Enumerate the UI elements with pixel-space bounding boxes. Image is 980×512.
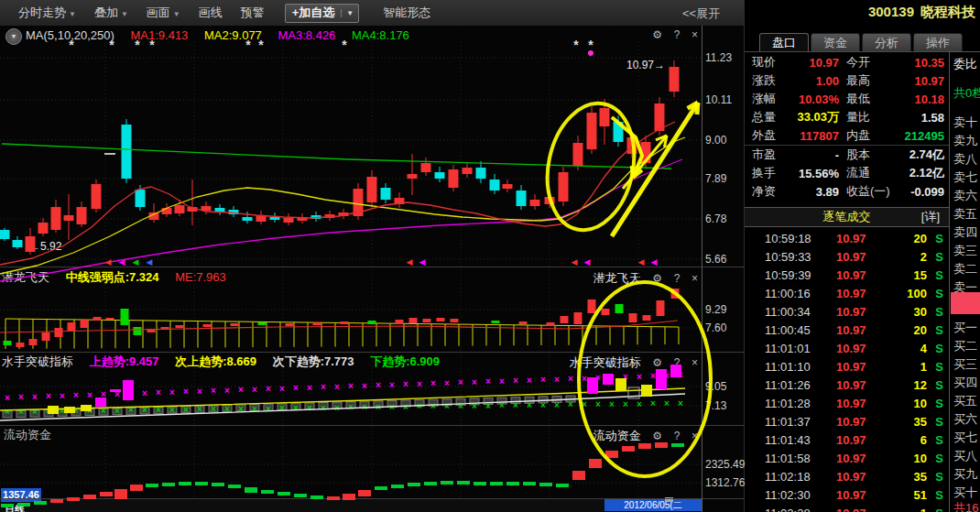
quote-label: 涨跌 bbox=[745, 72, 789, 89]
quote-label: 今开 bbox=[846, 54, 894, 71]
svg-text:×: × bbox=[444, 401, 450, 411]
svg-text:×: × bbox=[46, 406, 51, 416]
svg-text:×: × bbox=[389, 380, 395, 390]
tick-trades-detail-link[interactable]: [详] bbox=[921, 208, 940, 226]
tab-操作[interactable]: 操作 bbox=[913, 33, 963, 52]
axis-label: 7.89 bbox=[705, 172, 726, 185]
svg-text:×: × bbox=[32, 392, 38, 402]
gear-icon[interactable]: ⚙ bbox=[652, 272, 662, 285]
ma2-value: MA2:9.077 bbox=[204, 28, 262, 42]
svg-text:×: × bbox=[417, 379, 422, 389]
tick-side: S bbox=[927, 397, 949, 410]
svg-text:×: × bbox=[334, 403, 340, 413]
panel3-k4: 下趋势:6.909 bbox=[370, 354, 440, 368]
tick-row: 11:00:4510.9720S bbox=[745, 321, 949, 339]
menu-item-smart-patterns[interactable]: 智能形态 bbox=[383, 5, 430, 21]
axis-label: 9.29 bbox=[705, 303, 726, 316]
quote-label: 市盈 bbox=[745, 147, 789, 163]
tick-volume: 35 bbox=[884, 470, 927, 484]
tick-side: S bbox=[927, 250, 949, 264]
period-label[interactable]: 日线 bbox=[5, 503, 25, 512]
close-icon[interactable]: × bbox=[691, 430, 698, 442]
svg-text:×: × bbox=[60, 391, 65, 401]
panel3-k2: 次上趋势:8.669 bbox=[175, 354, 256, 368]
svg-text:×: × bbox=[211, 404, 216, 414]
add-to-watchlist-label: +加自选 bbox=[286, 5, 342, 21]
dropdown-arrow-icon[interactable]: ▼ bbox=[341, 9, 358, 17]
tick-time: 11:01:10 bbox=[745, 360, 836, 374]
quote-row: 市盈-股本2.74亿 bbox=[745, 146, 949, 164]
gear-icon[interactable]: ⚙ bbox=[652, 28, 662, 41]
quote-label: 涨幅 bbox=[745, 91, 789, 107]
buy-level-label: 买七 bbox=[953, 430, 977, 446]
svg-text:×: × bbox=[376, 402, 381, 412]
svg-text:×: × bbox=[362, 381, 367, 391]
svg-text:×: × bbox=[582, 374, 587, 384]
gear-icon[interactable]: ⚙ bbox=[652, 430, 662, 442]
tick-price: 10.97 bbox=[836, 323, 884, 337]
expand-button[interactable]: <<展开 bbox=[682, 5, 720, 22]
svg-text:×: × bbox=[293, 403, 299, 413]
panel4-title: 流动资金 bbox=[593, 429, 641, 442]
tick-price: 10.97 bbox=[836, 342, 884, 355]
panel3-name: 水手突破指标 bbox=[2, 354, 73, 368]
help-icon[interactable]: ? bbox=[674, 272, 681, 285]
svg-text:×: × bbox=[46, 391, 51, 401]
menu-item-1[interactable]: 叠加▼ bbox=[94, 5, 128, 21]
menu-item-0[interactable]: 分时走势▼ bbox=[18, 5, 76, 21]
menu-item-3[interactable]: 画线 bbox=[199, 5, 223, 21]
close-icon[interactable]: × bbox=[691, 356, 698, 369]
tick-row: 11:01:2810.9710S bbox=[745, 394, 949, 412]
menu-item-4[interactable]: 预警 bbox=[241, 5, 265, 21]
tick-row: 11:02:1810.9735S bbox=[745, 467, 949, 485]
ma-settings-dropdown[interactable]: ▼ bbox=[5, 28, 22, 45]
svg-text:×: × bbox=[169, 387, 175, 398]
menu-item-2[interactable]: 画面▼ bbox=[147, 5, 180, 21]
help-icon[interactable]: ? bbox=[674, 28, 681, 41]
svg-text:×: × bbox=[637, 399, 642, 409]
sell-level-label: 卖四 bbox=[953, 224, 977, 241]
axis-label: 1312.76 bbox=[705, 476, 745, 489]
svg-text:×: × bbox=[582, 399, 587, 409]
low-price-tag: ←5.92 bbox=[29, 240, 61, 253]
quote-value: 117807 bbox=[789, 129, 846, 143]
dropdown-arrow-icon: ▼ bbox=[121, 10, 128, 18]
tab-分析[interactable]: 分析 bbox=[862, 33, 911, 52]
svg-text:×: × bbox=[142, 388, 147, 398]
svg-text:×: × bbox=[485, 376, 491, 387]
tick-time: 11:00:45 bbox=[745, 323, 836, 337]
tick-time: 10:59:39 bbox=[745, 268, 836, 282]
sell-level-label: 卖八 bbox=[953, 151, 977, 168]
panel2-k2: ME:7.963 bbox=[175, 270, 226, 284]
help-icon[interactable]: ? bbox=[674, 430, 681, 442]
tick-price: 10.97 bbox=[836, 305, 884, 319]
quote-value: 1.00 bbox=[789, 74, 846, 88]
help-icon[interactable]: ? bbox=[674, 356, 681, 369]
close-icon[interactable]: × bbox=[691, 28, 698, 41]
tab-资金[interactable]: 资金 bbox=[811, 33, 860, 52]
svg-text:×: × bbox=[114, 389, 120, 399]
tab-盘口[interactable]: 盘口 bbox=[759, 33, 809, 52]
svg-text:×: × bbox=[128, 388, 134, 398]
svg-text:◀: ◀ bbox=[119, 257, 125, 267]
tick-side: S bbox=[927, 378, 949, 392]
svg-text:×: × bbox=[499, 376, 505, 387]
tick-volume: 10 bbox=[884, 452, 927, 465]
close-icon[interactable]: × bbox=[691, 272, 698, 285]
svg-text:×: × bbox=[499, 400, 505, 410]
tick-row: 10:59:3910.9715S bbox=[745, 266, 949, 284]
svg-text:×: × bbox=[32, 407, 38, 417]
quote-value: 2.74亿 bbox=[894, 147, 949, 163]
buy-level-label: 买八 bbox=[953, 448, 977, 464]
gear-icon[interactable]: ⚙ bbox=[652, 356, 662, 369]
tick-volume: 20 bbox=[884, 232, 927, 245]
add-to-watchlist-button[interactable]: +加自选 ▼ bbox=[285, 4, 360, 23]
date-label: 2012/06/05(二 bbox=[604, 499, 702, 511]
quote-label: 外盘 bbox=[745, 127, 789, 144]
chart-area[interactable]: ▼ MA(5,10,20,250) MA1:9.413 MA2:9.077 MA… bbox=[0, 26, 744, 512]
axis-label: 5.66 bbox=[705, 253, 726, 266]
svg-text:×: × bbox=[348, 381, 354, 391]
scroll-handle[interactable] bbox=[665, 497, 673, 502]
quote-label: 收益(一) bbox=[846, 183, 894, 200]
tick-row: 10:59:3310.972S bbox=[745, 247, 949, 266]
